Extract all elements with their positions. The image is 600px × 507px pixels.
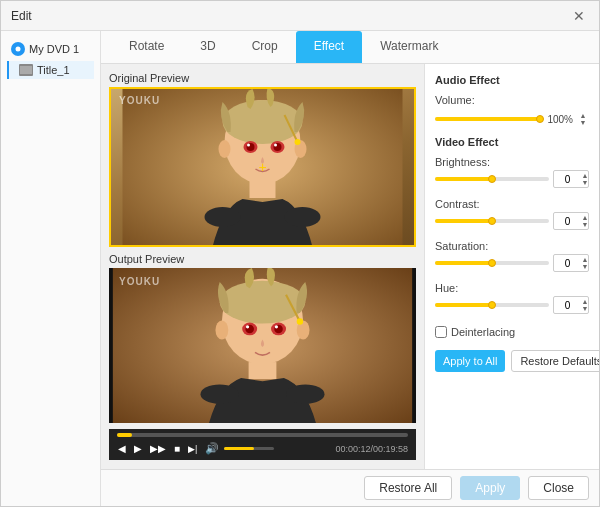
- brightness-arrows[interactable]: ▲ ▼: [582, 172, 589, 186]
- original-preview-section: Original Preview: [109, 72, 416, 247]
- contrast-slider[interactable]: [435, 219, 549, 223]
- saturation-fill: [435, 261, 492, 265]
- volume-bar[interactable]: [224, 447, 274, 450]
- apply-to-all-button[interactable]: Apply to All: [435, 350, 505, 372]
- close-window-button[interactable]: ✕: [569, 8, 589, 24]
- restore-all-button[interactable]: Restore All: [364, 476, 452, 500]
- deinterlacing-row: Deinterlacing: [435, 326, 589, 338]
- saturation-arrows[interactable]: ▲ ▼: [582, 256, 589, 270]
- svg-point-2: [223, 100, 303, 144]
- svg-point-8: [274, 144, 277, 147]
- svg-point-25: [215, 320, 228, 339]
- hue-label: Hue:: [435, 282, 589, 294]
- volume-value: 100%: [547, 114, 573, 125]
- contrast-spinner[interactable]: ▲ ▼: [553, 212, 589, 230]
- brightness-spinner[interactable]: ▲ ▼: [553, 170, 589, 188]
- contrast-row: Contrast: ▲ ▼: [435, 198, 589, 230]
- volume-slider[interactable]: [435, 117, 543, 121]
- svg-point-13: [295, 139, 301, 145]
- saturation-input[interactable]: [554, 258, 582, 269]
- preview-area: Original Preview: [101, 64, 424, 469]
- restore-defaults-button[interactable]: Restore Defaults: [511, 350, 599, 372]
- volume-area: 🔊: [204, 441, 274, 456]
- hue-fill: [435, 303, 492, 307]
- sidebar-item-title[interactable]: Title_1: [7, 61, 94, 79]
- saturation-label: Saturation:: [435, 240, 589, 252]
- play-button[interactable]: ▶: [133, 442, 143, 455]
- volume-fill: [224, 447, 254, 450]
- tab-3d[interactable]: 3D: [182, 31, 233, 63]
- hue-input[interactable]: [554, 300, 582, 311]
- brightness-input[interactable]: [554, 174, 582, 185]
- volume-icon: 🔊: [204, 441, 220, 456]
- contrast-label: Contrast:: [435, 198, 589, 210]
- stop-button[interactable]: ■: [173, 442, 181, 455]
- brightness-up[interactable]: ▲: [582, 172, 589, 179]
- deinterlacing-checkbox[interactable]: [435, 326, 447, 338]
- tab-watermark[interactable]: Watermark: [362, 31, 456, 63]
- contrast-up[interactable]: ▲: [582, 214, 589, 221]
- controls-row: ◀ ▶ ▶▶ ■ ▶| 🔊 00:00:12/00:19:5: [117, 441, 408, 456]
- original-watermark: YOUKU: [119, 95, 160, 106]
- hue-down[interactable]: ▼: [582, 305, 589, 312]
- next-button[interactable]: ▶|: [187, 443, 198, 455]
- film-icon: [19, 64, 33, 76]
- svg-point-15: [285, 207, 321, 227]
- volume-up-arrow[interactable]: ▲: [577, 112, 589, 119]
- tab-rotate[interactable]: Rotate: [111, 31, 182, 63]
- svg-point-31: [286, 385, 324, 404]
- hue-slider[interactable]: [435, 303, 549, 307]
- svg-point-5: [247, 144, 250, 147]
- contrast-input[interactable]: [554, 216, 582, 227]
- prev-button[interactable]: ◀: [117, 442, 127, 455]
- saturation-down[interactable]: ▼: [582, 263, 589, 270]
- original-preview-label: Original Preview: [109, 72, 416, 84]
- tab-bar: Rotate 3D Crop Effect Watermark: [101, 31, 599, 64]
- contrast-fill: [435, 219, 492, 223]
- output-preview: YOUKU: [109, 268, 416, 423]
- saturation-slider-row: ▲ ▼: [435, 254, 589, 272]
- svg-point-18: [220, 281, 306, 324]
- volume-slider-fill: [435, 117, 543, 121]
- svg-point-30: [201, 385, 239, 404]
- apply-button[interactable]: Apply: [460, 476, 520, 500]
- brightness-down[interactable]: ▼: [582, 179, 589, 186]
- saturation-spinner[interactable]: ▲ ▼: [553, 254, 589, 272]
- brightness-thumb: [488, 175, 496, 183]
- effects-panel: Audio Effect Volume: 100%: [424, 64, 599, 469]
- brightness-row: Brightness: ▲ ▼: [435, 156, 589, 188]
- original-preview-image: [109, 87, 416, 247]
- progress-bar-container[interactable]: [117, 433, 408, 437]
- edit-window: Edit ✕ My DVD 1 Title_1 Rotate 3D Crop E…: [0, 0, 600, 507]
- brightness-slider-row: ▲ ▼: [435, 170, 589, 188]
- volume-spinner[interactable]: ▲ ▼: [577, 112, 589, 126]
- contrast-slider-row: ▲ ▼: [435, 212, 589, 230]
- close-button[interactable]: Close: [528, 476, 589, 500]
- bottom-bar: Restore All Apply Close: [101, 469, 599, 506]
- saturation-slider[interactable]: [435, 261, 549, 265]
- svg-point-21: [246, 325, 249, 328]
- hue-arrows[interactable]: ▲ ▼: [582, 298, 589, 312]
- contrast-down[interactable]: ▼: [582, 221, 589, 228]
- hue-spinner[interactable]: ▲ ▼: [553, 296, 589, 314]
- saturation-up[interactable]: ▲: [582, 256, 589, 263]
- audio-section-title: Audio Effect: [435, 74, 589, 86]
- deinterlacing-label: Deinterlacing: [451, 326, 515, 338]
- fast-forward-button[interactable]: ▶▶: [149, 442, 167, 455]
- hue-up[interactable]: ▲: [582, 298, 589, 305]
- brightness-slider[interactable]: [435, 177, 549, 181]
- tab-crop[interactable]: Crop: [234, 31, 296, 63]
- tab-effect[interactable]: Effect: [296, 31, 362, 63]
- output-watermark: YOUKU: [119, 276, 160, 287]
- right-panel: Rotate 3D Crop Effect Watermark Original…: [101, 31, 599, 506]
- hue-slider-row: ▲ ▼: [435, 296, 589, 314]
- dvd-icon: [11, 42, 25, 56]
- sidebar-item-dvd[interactable]: My DVD 1: [7, 39, 94, 59]
- brightness-fill: [435, 177, 492, 181]
- window-title: Edit: [11, 9, 32, 23]
- volume-row: Volume: 100% ▲ ▼: [435, 94, 589, 126]
- editor-area: Original Preview: [101, 64, 599, 469]
- volume-down-arrow[interactable]: ▼: [577, 119, 589, 126]
- contrast-arrows[interactable]: ▲ ▼: [582, 214, 589, 228]
- volume-label: Volume:: [435, 94, 475, 106]
